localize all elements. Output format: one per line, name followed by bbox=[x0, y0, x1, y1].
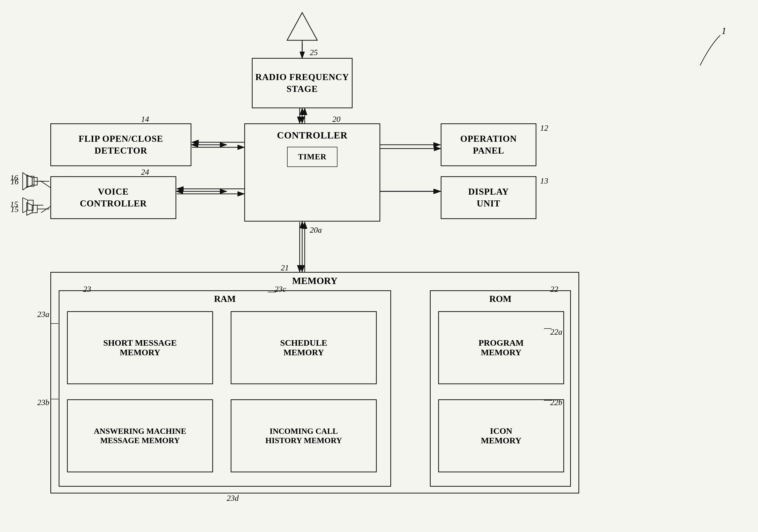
svg-marker-46 bbox=[27, 175, 32, 187]
speaker-icon-16 bbox=[22, 174, 50, 189]
flip-detector-box: FLIP OPEN/CLOSEDETECTOR bbox=[51, 123, 191, 166]
ref-14: 14 bbox=[141, 115, 149, 124]
ref-22b: 22b bbox=[550, 398, 562, 407]
rom-label: ROM bbox=[431, 294, 570, 304]
antenna-symbol bbox=[285, 10, 320, 45]
ref-23a: 23a bbox=[37, 310, 50, 319]
ref-24: 24 bbox=[141, 167, 149, 177]
memory-outer-box: MEMORY RAM SHORT MESSAGEMEMORY SCHEDULEM… bbox=[51, 272, 579, 493]
svg-line-21 bbox=[23, 198, 28, 200]
ref-23b: 23b bbox=[37, 398, 50, 407]
ref-12: 12 bbox=[540, 123, 548, 133]
ref-22: 22 bbox=[550, 284, 558, 294]
label-ref-15: 15 bbox=[11, 205, 18, 214]
ram-label: RAM bbox=[59, 294, 390, 304]
ref-20a: 20a bbox=[310, 225, 322, 235]
flip-detector-label: FLIP OPEN/CLOSEDETECTOR bbox=[79, 133, 163, 157]
svg-rect-45 bbox=[32, 178, 37, 185]
rf-stage-label: RADIO FREQUENCY STAGE bbox=[253, 71, 352, 95]
svg-marker-49 bbox=[27, 203, 32, 215]
timer-box: TIMER bbox=[287, 147, 337, 167]
ref-1-bracket: 1 bbox=[680, 25, 730, 76]
program-memory-box: PROGRAMMEMORY bbox=[438, 311, 564, 384]
ref-20: 20 bbox=[332, 115, 340, 124]
ref-25: 25 bbox=[310, 48, 318, 57]
diagram: RADIO FREQUENCY STAGE 25 CONTROLLER TIME… bbox=[0, 0, 758, 532]
ref-23c: 23c bbox=[274, 284, 286, 294]
speaker-icon-15 bbox=[22, 201, 50, 216]
ref-21: 21 bbox=[281, 263, 289, 272]
svg-marker-13 bbox=[287, 13, 317, 40]
timer-label: TIMER bbox=[298, 151, 327, 162]
ref-22a: 22a bbox=[550, 327, 562, 337]
label-ref-16: 16 bbox=[11, 177, 18, 186]
operation-panel-box: OPERATIONPANEL bbox=[441, 123, 536, 166]
memory-label: MEMORY bbox=[51, 275, 578, 286]
svg-text:1: 1 bbox=[721, 25, 726, 36]
schedule-memory-box: SCHEDULEMEMORY bbox=[231, 311, 377, 384]
operation-panel-label: OPERATIONPANEL bbox=[460, 133, 517, 157]
answering-machine-box: ANSWERING MACHINEMESSAGE MEMORY bbox=[67, 399, 213, 472]
controller-label: CONTROLLER bbox=[245, 129, 380, 142]
program-memory-label: PROGRAMMEMORY bbox=[478, 338, 524, 357]
display-unit-box: DISPLAYUNIT bbox=[441, 176, 536, 219]
ref-23: 23 bbox=[83, 284, 91, 294]
incoming-call-label: INCOMING CALLHISTORY MEMORY bbox=[265, 426, 342, 445]
ram-box: RAM SHORT MESSAGEMEMORY SCHEDULEMEMORY A… bbox=[59, 290, 391, 487]
voice-controller-label: VOICECONTROLLER bbox=[80, 186, 147, 210]
answering-machine-label: ANSWERING MACHINEMESSAGE MEMORY bbox=[94, 426, 186, 445]
short-message-label: SHORT MESSAGEMEMORY bbox=[103, 338, 177, 357]
icon-memory-label: ICONMEMORY bbox=[481, 426, 521, 446]
icon-memory-box: ICONMEMORY bbox=[438, 399, 564, 472]
svg-rect-48 bbox=[32, 205, 37, 213]
schedule-label: SCHEDULEMEMORY bbox=[280, 338, 327, 357]
rf-stage-box: RADIO FREQUENCY STAGE bbox=[252, 58, 353, 108]
incoming-call-history-box: INCOMING CALLHISTORY MEMORY bbox=[231, 399, 377, 472]
rom-box: ROM PROGRAMMEMORY ICONMEMORY bbox=[430, 290, 571, 487]
controller-box: CONTROLLER TIMER bbox=[244, 123, 380, 221]
display-unit-label: DISPLAYUNIT bbox=[468, 186, 509, 210]
ref-13: 13 bbox=[540, 176, 548, 185]
voice-controller-box: VOICECONTROLLER bbox=[51, 176, 176, 219]
ref-23d: 23d bbox=[227, 493, 239, 503]
short-message-memory-box: SHORT MESSAGEMEMORY bbox=[67, 311, 213, 384]
